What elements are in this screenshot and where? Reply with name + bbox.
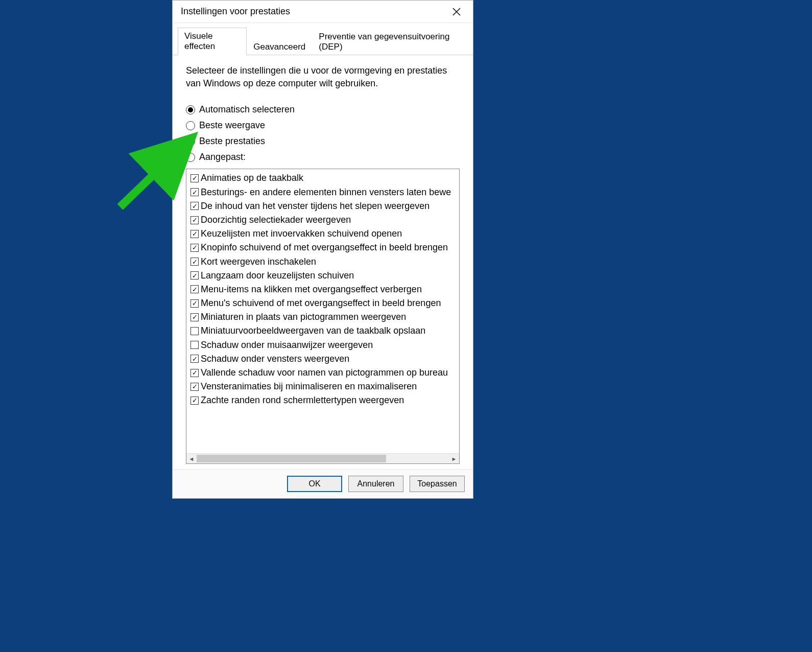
checkbox-icon (190, 271, 199, 280)
button-row: OK Annuleren Toepassen (173, 469, 473, 498)
scroll-right-button[interactable]: ► (449, 454, 459, 463)
window-title: Instellingen voor prestaties (181, 6, 290, 17)
radio-label: Beste weergave (199, 120, 265, 131)
checkbox-label: Zachte randen rond schermlettertypen wee… (201, 394, 404, 407)
scroll-track[interactable] (197, 454, 449, 463)
checkbox-list-container: Animaties op de taakbalkBesturings- en a… (186, 169, 460, 464)
checkbox-icon (190, 355, 199, 363)
checkbox-item[interactable]: Vensteranimaties bij minimaliseren en ma… (187, 380, 458, 393)
checkbox-label: Schaduw onder muisaanwijzer weergeven (201, 339, 373, 352)
radio-icon (186, 105, 195, 114)
checkbox-list[interactable]: Animaties op de taakbalkBesturings- en a… (186, 169, 459, 453)
close-icon (452, 8, 461, 16)
checkbox-label: Schaduw onder vensters weergeven (201, 353, 349, 365)
checkbox-item[interactable]: Schaduw onder muisaanwijzer weergeven (187, 338, 458, 352)
checkbox-item[interactable]: Menu-items na klikken met overgangseffec… (187, 283, 458, 296)
checkbox-icon (190, 174, 199, 182)
checkbox-icon (190, 369, 199, 377)
performance-settings-dialog: Instellingen voor prestaties Visuele eff… (172, 0, 473, 499)
radio-auto-select[interactable]: Automatisch selecteren (186, 104, 460, 115)
radio-icon (186, 121, 195, 130)
checkbox-icon (190, 341, 199, 349)
checkbox-label: Miniaturen in plaats van pictogrammen we… (201, 311, 406, 323)
checkbox-item[interactable]: Miniatuurvoorbeeldweergaven van de taakb… (187, 324, 458, 338)
checkbox-item[interactable]: De inhoud van het venster tijdens het sl… (187, 199, 458, 213)
ok-button[interactable]: OK (287, 476, 342, 492)
checkbox-icon (190, 285, 199, 293)
description-text: Selecteer de instellingen die u voor de … (186, 64, 460, 90)
checkbox-item[interactable]: Langzaam door keuzelijsten schuiven (187, 269, 458, 283)
checkbox-label: Langzaam door keuzelijsten schuiven (201, 269, 354, 282)
tab-visual-effects[interactable]: Visuele effecten (178, 28, 247, 55)
radio-best-performance[interactable]: Beste prestaties (186, 136, 460, 147)
checkbox-icon (190, 313, 199, 321)
radio-label: Automatisch selecteren (199, 104, 295, 115)
radio-group: Automatisch selecteren Beste weergave Be… (186, 104, 460, 162)
radio-icon (186, 137, 195, 146)
checkbox-item[interactable]: Knopinfo schuivend of met overgangseffec… (187, 241, 458, 254)
checkbox-item[interactable]: Miniaturen in plaats van pictogrammen we… (187, 310, 458, 324)
checkbox-label: Besturings- en andere elementen binnen v… (201, 186, 451, 199)
horizontal-scrollbar[interactable]: ◄ ► (186, 453, 459, 463)
checkbox-icon (190, 258, 199, 266)
radio-label: Aangepast: (199, 152, 246, 162)
checkbox-label: Menu's schuivend of met overgangseffect … (201, 297, 441, 310)
checkbox-item[interactable]: Menu's schuivend of met overgangseffect … (187, 296, 458, 310)
checkbox-icon (190, 202, 199, 210)
checkbox-label: Kort weergeven inschakelen (201, 255, 316, 268)
tab-dep[interactable]: Preventie van gegevensuitvoering (DEP) (312, 28, 468, 55)
apply-button[interactable]: Toepassen (410, 476, 465, 492)
cancel-button[interactable]: Annuleren (348, 476, 403, 492)
radio-icon (186, 153, 195, 162)
checkbox-label: De inhoud van het venster tijdens het sl… (201, 200, 429, 213)
checkbox-item[interactable]: Schaduw onder vensters weergeven (187, 352, 458, 366)
checkbox-icon (190, 299, 199, 308)
checkbox-icon (190, 230, 199, 238)
checkbox-item[interactable]: Vallende schaduw voor namen van pictogra… (187, 366, 458, 380)
radio-custom[interactable]: Aangepast: (186, 152, 460, 162)
checkbox-label: Miniatuurvoorbeeldweergaven van de taakb… (201, 324, 425, 337)
checkbox-icon (190, 244, 199, 252)
titlebar: Instellingen voor prestaties (173, 1, 473, 23)
checkbox-label: Vensteranimaties bij minimaliseren en ma… (201, 380, 417, 393)
checkbox-icon (190, 188, 199, 196)
checkbox-item[interactable]: Animaties op de taakbalk (187, 171, 458, 185)
checkbox-label: Keuzelijsten met invoervakken schuivend … (201, 227, 402, 240)
checkbox-icon (190, 383, 199, 391)
tab-row: Visuele effecten Geavanceerd Preventie v… (173, 23, 473, 55)
tab-content: Selecteer de instellingen die u voor de … (173, 55, 473, 469)
scroll-left-button[interactable]: ◄ (186, 454, 197, 463)
checkbox-label: Vallende schaduw voor namen van pictogra… (201, 366, 448, 379)
checkbox-item[interactable]: Zachte randen rond schermlettertypen wee… (187, 393, 458, 407)
checkbox-icon (190, 397, 199, 405)
checkbox-item[interactable]: Kort weergeven inschakelen (187, 255, 458, 269)
checkbox-label: Knopinfo schuivend of met overgangseffec… (201, 241, 448, 254)
checkbox-icon (190, 327, 199, 335)
checkbox-item[interactable]: Keuzelijsten met invoervakken schuivend … (187, 227, 458, 241)
checkbox-label: Doorzichtig selectiekader weergeven (201, 214, 351, 226)
checkbox-label: Animaties op de taakbalk (201, 172, 303, 184)
close-button[interactable] (446, 2, 467, 22)
radio-best-appearance[interactable]: Beste weergave (186, 120, 460, 131)
radio-label: Beste prestaties (199, 136, 265, 147)
checkbox-label: Menu-items na klikken met overgangseffec… (201, 283, 422, 296)
scroll-thumb[interactable] (197, 455, 386, 462)
tab-advanced[interactable]: Geavanceerd (247, 38, 312, 55)
checkbox-item[interactable]: Doorzichtig selectiekader weergeven (187, 213, 458, 227)
checkbox-icon (190, 216, 199, 224)
checkbox-item[interactable]: Besturings- en andere elementen binnen v… (187, 185, 458, 199)
